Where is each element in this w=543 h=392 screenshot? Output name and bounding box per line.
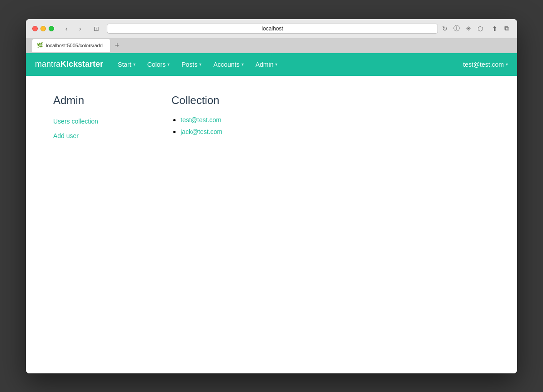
nav-menu: Start ▾ Colors ▾ Posts ▾ Accounts ▾ Admi… xyxy=(112,53,463,76)
nav-start-label: Start xyxy=(118,61,131,68)
address-bar[interactable] xyxy=(107,24,438,34)
nav-item-posts[interactable]: Posts ▾ xyxy=(176,53,207,76)
maximize-button[interactable] xyxy=(49,26,54,31)
tab-favicon-icon: 🌿 xyxy=(37,42,43,49)
list-item: test@test.com xyxy=(181,116,490,124)
forward-button[interactable]: › xyxy=(74,25,86,33)
nav-admin-label: Admin xyxy=(256,61,274,68)
app-content: mantraKickstarter Start ▾ Colors ▾ Posts… xyxy=(26,53,517,373)
nav-item-admin[interactable]: Admin ▾ xyxy=(250,53,283,76)
navbar: mantraKickstarter Start ▾ Colors ▾ Posts… xyxy=(26,53,517,76)
nav-item-accounts[interactable]: Accounts ▾ xyxy=(208,53,249,76)
sidebar: Admin Users collection Add user xyxy=(53,94,135,355)
nav-colors-label: Colors xyxy=(147,61,166,68)
back-button[interactable]: ‹ xyxy=(60,25,72,33)
action-icons: ⬆ ⧉ xyxy=(491,25,511,33)
sidebar-toggle-button[interactable]: ⊡ xyxy=(90,25,102,33)
address-bar-container: ↻ ⓘ ✳ ⬡ xyxy=(107,24,484,34)
share-icon[interactable]: ⬆ xyxy=(491,25,499,33)
toolbar-icons: ↻ ⓘ ✳ ⬡ xyxy=(441,25,484,33)
start-dropdown-icon: ▾ xyxy=(133,62,136,67)
list-item: jack@test.com xyxy=(181,128,490,136)
collection-list: test@test.com jack@test.com xyxy=(171,116,490,136)
bookmark-icon[interactable]: ⬡ xyxy=(476,25,484,33)
user-dropdown-icon: ▾ xyxy=(506,62,508,67)
brand-prefix: mantra xyxy=(35,60,60,69)
collection-title: Collection xyxy=(171,94,490,107)
browser-window: ‹ › ⊡ ↻ ⓘ ✳ ⬡ ⬆ ⧉ 🌿 localhost:5005/color… xyxy=(26,19,517,373)
tab-url-label: localhost:5005/colors/add xyxy=(46,43,103,48)
nav-accounts-label: Accounts xyxy=(213,61,240,68)
extension-icon[interactable]: ✳ xyxy=(464,25,473,33)
refresh-icon[interactable]: ↻ xyxy=(441,25,449,33)
nav-posts-label: Posts xyxy=(181,61,197,68)
nav-item-start[interactable]: Start ▾ xyxy=(112,53,141,76)
nav-buttons: ‹ › xyxy=(60,25,86,33)
close-button[interactable] xyxy=(32,26,38,31)
colors-dropdown-icon: ▾ xyxy=(167,62,170,67)
minimize-button[interactable] xyxy=(40,26,46,31)
main-area: Collection test@test.com jack@test.com xyxy=(171,94,490,355)
sidebar-title: Admin xyxy=(53,94,135,107)
traffic-lights xyxy=(32,26,54,31)
page-content: Admin Users collection Add user Collecti… xyxy=(26,76,517,373)
new-tab-button[interactable]: + xyxy=(112,40,123,51)
user-menu[interactable]: test@test.com ▾ xyxy=(463,61,508,68)
brand-suffix: Kickstarter xyxy=(60,60,103,69)
users-collection-link[interactable]: Users collection xyxy=(53,118,135,125)
info-icon[interactable]: ⓘ xyxy=(452,25,461,33)
user-email-label: test@test.com xyxy=(463,61,504,68)
brand: mantraKickstarter xyxy=(35,60,103,69)
new-window-icon[interactable]: ⧉ xyxy=(503,25,511,33)
accounts-dropdown-icon: ▾ xyxy=(241,62,244,67)
posts-dropdown-icon: ▾ xyxy=(199,62,201,67)
tab-bar: 🌿 localhost:5005/colors/add + xyxy=(26,39,517,53)
nav-item-colors[interactable]: Colors ▾ xyxy=(142,53,175,76)
collection-item-2[interactable]: jack@test.com xyxy=(181,128,222,135)
add-user-link[interactable]: Add user xyxy=(53,132,135,139)
active-tab[interactable]: 🌿 localhost:5005/colors/add xyxy=(32,39,110,52)
admin-dropdown-icon: ▾ xyxy=(275,62,277,67)
title-bar: ‹ › ⊡ ↻ ⓘ ✳ ⬡ ⬆ ⧉ xyxy=(26,19,517,39)
collection-item-1[interactable]: test@test.com xyxy=(181,116,221,124)
